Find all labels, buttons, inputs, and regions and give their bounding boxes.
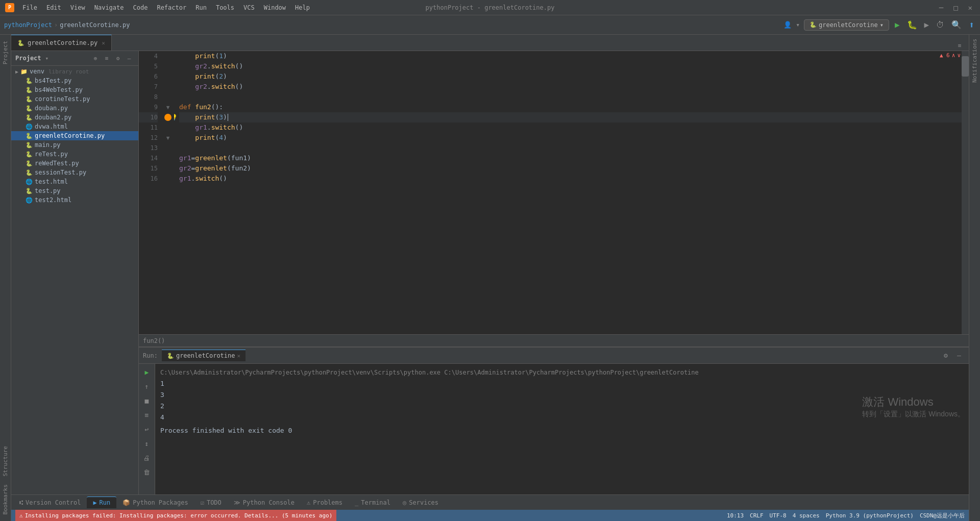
menu-window[interactable]: Window: [260, 3, 290, 12]
run-tab-close-button[interactable]: ✕: [237, 353, 241, 359]
run-rerun-button[interactable]: ▶: [141, 366, 153, 378]
editor-scrollbar[interactable]: [962, 51, 969, 334]
py-file-icon: 🐍: [26, 169, 33, 176]
tree-item-greenlet[interactable]: 🐍 greenletCorotine.py: [11, 131, 138, 140]
menu-help[interactable]: Help: [291, 3, 314, 12]
run-scroll-up-button[interactable]: ↑: [141, 380, 153, 392]
profile-icon[interactable]: 👤 ▾: [783, 21, 800, 29]
run-stop-button[interactable]: ■: [141, 394, 153, 407]
run-tab-icon: 🐍: [167, 353, 174, 359]
project-tool-button[interactable]: Project: [1, 37, 10, 68]
notifications-label[interactable]: Notifications: [970, 35, 979, 87]
status-bar: ⚠ Installing packages failed: Installing…: [11, 510, 969, 521]
breakpoint-dot[interactable]: [164, 114, 172, 121]
python-console-icon: ≫: [234, 499, 240, 506]
bookmarks-tool-button[interactable]: Bookmarks: [1, 480, 10, 519]
debug-button[interactable]: 🐛: [905, 18, 919, 31]
status-error-message[interactable]: ⚠ Installing packages failed: Installing…: [15, 510, 336, 521]
run-settings-button[interactable]: ⚙: [940, 350, 951, 361]
tab-python-packages[interactable]: 📦 Python Packages: [116, 497, 194, 508]
tab-version-control[interactable]: ⑆ Version Control: [13, 497, 87, 508]
file-label-retest: reTest.py: [35, 151, 68, 158]
run-config-label: greenletCorotine: [819, 21, 878, 29]
scrollbar-thumb[interactable]: [962, 56, 969, 77]
tree-item-sessiontest[interactable]: 🐍 sessionTest.py: [11, 168, 138, 177]
tab-python-console[interactable]: ≫ Python Console: [228, 497, 301, 508]
tree-item-testpy[interactable]: 🐍 test.py: [11, 186, 138, 195]
breadcrumb-project[interactable]: pythonProject: [4, 21, 52, 29]
tree-item-main[interactable]: 🐍 main.py: [11, 140, 138, 150]
panel-locate-button[interactable]: ⊕: [90, 53, 101, 63]
run-tab-icon: ▶: [93, 499, 96, 506]
run-minimize-button[interactable]: —: [953, 350, 965, 361]
line-num-11: 11: [139, 122, 158, 133]
menu-run[interactable]: Run: [191, 3, 211, 12]
profile-run-button[interactable]: ⏱: [935, 18, 946, 31]
code-line-16: gr1.switch(): [179, 173, 962, 184]
run-tab-bottom-label: Run: [100, 499, 111, 506]
error-nav-up[interactable]: ∧: [952, 52, 955, 59]
tree-item-rewedtest[interactable]: 🐍 reWedTest.py: [11, 159, 138, 168]
run-output-1: 1: [160, 378, 964, 389]
menu-navigate[interactable]: Navigate: [90, 3, 128, 12]
run-print-button[interactable]: 🖨: [141, 452, 153, 464]
coverage-button[interactable]: ▶︎: [923, 18, 931, 31]
recent-files-button[interactable]: ≡: [954, 40, 965, 51]
editor-tab[interactable]: 🐍 greenletCorotine.py ✕: [11, 35, 112, 51]
search-button[interactable]: 🔍: [950, 18, 963, 31]
menu-view[interactable]: View: [66, 3, 89, 12]
left-side-strip: Project Structure Bookmarks: [0, 35, 11, 521]
tab-run[interactable]: ▶ Run: [87, 497, 116, 508]
menu-code[interactable]: Code: [129, 3, 152, 12]
run-wrap-button[interactable]: ↩: [141, 423, 153, 435]
line-num-10: 10: [139, 112, 158, 122]
run-button[interactable]: ▶: [893, 18, 901, 31]
menu-tools[interactable]: Tools: [212, 3, 238, 12]
tree-item-dvwa[interactable]: 🌐 dvwa.html: [11, 122, 138, 131]
services-label: Services: [409, 499, 438, 506]
code-content[interactable]: print(1) gr2.switch() print(2): [174, 51, 962, 334]
error-nav-down[interactable]: ∨: [957, 52, 961, 59]
fold-arrow-12[interactable]: ▼: [162, 133, 174, 143]
run-filter-button[interactable]: ≡: [141, 409, 153, 421]
fold-arrow-9[interactable]: ▼: [162, 102, 174, 112]
tab-services[interactable]: ◎ Services: [397, 497, 445, 508]
tree-item-corotinetest[interactable]: 🐍 corotineTest.py: [11, 94, 138, 104]
tree-item-bs4test[interactable]: 🐍 bs4Test.py: [11, 76, 138, 85]
indent: 4 spaces: [793, 512, 820, 519]
code-editor[interactable]: ▲ 6 ∧ ∨ 4 5 6 7 8 9 10 11 12: [139, 51, 969, 334]
menu-refactor[interactable]: Refactor: [153, 3, 190, 12]
menu-vcs[interactable]: VCS: [239, 3, 259, 12]
project-panel-dropdown[interactable]: ▾: [45, 55, 49, 62]
tree-item-venv[interactable]: ▶ 📁 venv library root: [11, 67, 138, 76]
project-panel: Project ▾ ⊕ ≡ ⚙ — ▶ 📁 venv libr: [11, 51, 139, 494]
vcs-update-button[interactable]: ⬆: [967, 18, 976, 32]
panel-collapse-button[interactable]: ≡: [102, 53, 112, 63]
run-trash-button[interactable]: 🗑: [141, 466, 153, 478]
tab-problems[interactable]: ⚠ Problems: [301, 497, 349, 508]
maximize-button[interactable]: □: [951, 4, 960, 12]
menu-file[interactable]: File: [18, 3, 41, 12]
tab-close-button[interactable]: ✕: [102, 40, 105, 46]
lightbulb-icon[interactable]: 💡: [174, 112, 178, 122]
structure-tool-button[interactable]: Structure: [1, 442, 10, 481]
panel-settings-button[interactable]: ⚙: [113, 53, 123, 63]
tree-item-retest[interactable]: 🐍 reTest.py: [11, 150, 138, 159]
close-button[interactable]: ✕: [966, 4, 975, 12]
tree-item-douban[interactable]: 🐍 douban.py: [11, 104, 138, 113]
panel-close-button[interactable]: —: [124, 53, 134, 63]
tree-item-bs4webtest[interactable]: 🐍 bs4WebTest.py: [11, 85, 138, 94]
tree-item-douban2[interactable]: 🐍 douban2.py: [11, 113, 138, 122]
menu-edit[interactable]: Edit: [42, 3, 65, 12]
run-tab[interactable]: 🐍 greenletCorotine ✕: [162, 350, 246, 361]
tree-item-testhtml[interactable]: 🌐 test.html: [11, 177, 138, 186]
minimize-button[interactable]: ─: [937, 4, 946, 12]
tab-todo[interactable]: ☑ TODO: [194, 497, 228, 508]
run-scroll-end-button[interactable]: ↕: [141, 437, 153, 450]
tab-terminal[interactable]: _ Terminal: [349, 497, 397, 508]
run-output-3: 3: [160, 389, 964, 401]
code-line-11: gr1.switch(): [179, 122, 962, 133]
tree-item-test2html[interactable]: 🌐 test2.html: [11, 195, 138, 205]
run-config-dropdown-icon: ▾: [880, 21, 884, 29]
run-config-button[interactable]: 🐍 greenletCorotine ▾: [804, 19, 889, 31]
